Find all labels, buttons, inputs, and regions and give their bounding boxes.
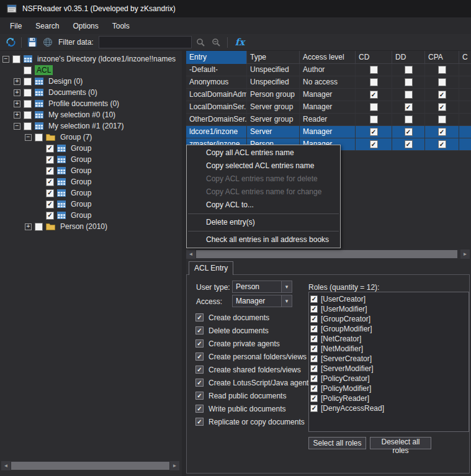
tree-item[interactable]: ✓Group <box>0 210 182 221</box>
role-row[interactable]: ✓[PolicyReader] <box>310 393 467 403</box>
checkbox[interactable] <box>24 66 32 74</box>
checkbox[interactable]: ✓ <box>195 366 204 374</box>
save-icon[interactable] <box>26 36 38 48</box>
permission-row[interactable]: ✓Create personal folders/views <box>195 350 312 363</box>
table-row[interactable]: LocalDomainAdm...Person groupManager✓✓ <box>186 89 471 101</box>
collapse-icon[interactable]: − <box>14 123 20 130</box>
checkbox[interactable] <box>405 66 413 74</box>
expand-icon[interactable]: + <box>14 78 20 85</box>
checkbox[interactable]: ✓ <box>310 295 318 303</box>
permission-row[interactable]: ✓Create documents <box>195 311 312 324</box>
checkbox[interactable] <box>370 66 378 74</box>
tree-item[interactable]: +Design (0) <box>0 76 182 87</box>
menu-search[interactable]: Search <box>29 19 66 34</box>
checkbox[interactable] <box>438 115 446 123</box>
column-header-cpa[interactable]: CPA <box>425 51 459 64</box>
tree-item[interactable]: +My selection #0 (10) <box>0 109 182 120</box>
role-row[interactable]: ✓[ServerModifier] <box>310 364 467 374</box>
permission-row[interactable]: ✓Delete documents <box>195 324 312 337</box>
search-all-icon[interactable] <box>210 36 223 48</box>
checkbox[interactable]: ✓ <box>370 91 378 99</box>
permission-row[interactable]: ✓Read public documents <box>195 389 312 402</box>
column-header-cd[interactable]: CD <box>356 51 392 64</box>
menu-options[interactable]: Options <box>66 19 105 34</box>
menu-item[interactable]: Copy selected ACL entries name <box>187 159 340 173</box>
table-row[interactable]: -Default-UnspecifiedAuthor <box>186 64 471 76</box>
column-header-access-level[interactable]: Access level <box>300 51 356 64</box>
table-row[interactable]: AnonymousUnspecifiedNo access <box>186 76 471 89</box>
checkbox[interactable]: ✓ <box>195 392 204 400</box>
checkbox[interactable] <box>35 133 43 141</box>
table-row[interactable]: LocalDomainSer...Server groupManager✓✓ <box>186 101 471 114</box>
tree-item[interactable]: ACL <box>0 65 182 76</box>
chevron-down-icon[interactable]: ▾ <box>281 281 292 292</box>
column-header-type[interactable]: Type <box>247 51 300 64</box>
checkbox[interactable] <box>405 78 413 86</box>
checkbox[interactable] <box>24 78 32 86</box>
checkbox[interactable] <box>24 122 32 130</box>
expand-icon[interactable]: + <box>14 89 20 96</box>
checkbox[interactable]: ✓ <box>310 335 318 343</box>
tree-item[interactable]: −My selection #1 (2017) <box>0 120 182 132</box>
checkbox[interactable] <box>12 55 20 63</box>
tree-item[interactable]: ✓Group <box>0 187 182 199</box>
table-row[interactable]: ldcore1/inzoneServerManager✓✓✓ <box>186 126 471 138</box>
scrollbar-thumb[interactable] <box>11 462 169 470</box>
checkbox[interactable] <box>438 78 446 86</box>
role-row[interactable]: ✓[ServerCreator] <box>310 354 467 364</box>
role-row[interactable]: ✓[GroupCreator] <box>310 314 467 324</box>
role-row[interactable]: ✓[NetModifier] <box>310 344 467 354</box>
checkbox[interactable]: ✓ <box>310 395 318 402</box>
fx-icon[interactable]: fx <box>232 37 248 48</box>
tree-item[interactable]: −inzone's Directory (ldcore1/inzone!!nam… <box>0 53 182 65</box>
menu-file[interactable]: File <box>3 19 29 34</box>
checkbox[interactable]: ✓ <box>46 167 54 175</box>
checkbox[interactable] <box>370 115 378 123</box>
tree-item[interactable]: ✓Group <box>0 143 182 154</box>
checkbox[interactable]: ✓ <box>46 200 54 209</box>
expand-icon[interactable]: + <box>25 223 32 230</box>
checkbox[interactable]: ✓ <box>438 128 446 136</box>
menu-item[interactable]: Check all entries in all address books <box>187 233 340 246</box>
checkbox[interactable]: ✓ <box>310 345 318 353</box>
scroll-right-icon[interactable]: ► <box>170 461 179 470</box>
role-row[interactable]: ✓[UserCreator] <box>310 294 467 304</box>
menu-tools[interactable]: Tools <box>105 19 137 34</box>
scroll-left-icon[interactable]: ◄ <box>1 461 11 470</box>
checkbox[interactable]: ✓ <box>310 325 318 333</box>
permission-row[interactable]: ✓Create private agents <box>195 337 312 350</box>
checkbox[interactable] <box>24 111 32 119</box>
checkbox[interactable] <box>405 91 413 99</box>
checkbox[interactable]: ✓ <box>195 353 204 361</box>
checkbox[interactable]: ✓ <box>310 305 318 313</box>
checkbox[interactable]: ✓ <box>195 339 204 348</box>
checkbox[interactable] <box>370 103 378 111</box>
checkbox[interactable]: ✓ <box>310 385 318 392</box>
tree-item[interactable]: −Group (7) <box>0 132 182 143</box>
role-row[interactable]: ✓[GroupModifier] <box>310 324 467 334</box>
tree-item[interactable]: ✓Group <box>0 176 182 187</box>
checkbox[interactable]: ✓ <box>195 313 204 321</box>
checkbox[interactable]: ✓ <box>438 91 446 99</box>
role-row[interactable]: ✓[NetCreator] <box>310 334 467 344</box>
tree-item[interactable]: +Documents (0) <box>0 87 182 98</box>
column-header-dd[interactable]: DD <box>392 51 425 64</box>
checkbox[interactable]: ✓ <box>195 405 204 413</box>
checkbox[interactable]: ✓ <box>46 145 54 153</box>
select-all-roles-button[interactable]: Select all roles <box>308 437 366 449</box>
scroll-right-icon[interactable]: ► <box>460 249 470 259</box>
checkbox[interactable]: ✓ <box>438 140 446 148</box>
checkbox[interactable] <box>35 223 43 231</box>
tree-item[interactable]: ✓Group <box>0 199 182 210</box>
role-row[interactable]: ✓[PolicyCreator] <box>310 374 467 384</box>
role-row[interactable]: ✓[UserModifier] <box>310 304 467 314</box>
checkbox[interactable]: ✓ <box>46 212 54 220</box>
expand-icon[interactable]: + <box>14 112 20 119</box>
checkbox[interactable]: ✓ <box>310 315 318 323</box>
tree-hscrollbar[interactable]: ◄ ► <box>1 461 179 470</box>
permission-row[interactable]: ✓Write public documents <box>195 402 312 415</box>
checkbox[interactable] <box>405 115 413 123</box>
checkbox[interactable]: ✓ <box>195 379 204 387</box>
checkbox[interactable] <box>438 66 446 74</box>
permission-row[interactable]: ✓Create LotusScript/Java agents <box>195 376 312 389</box>
